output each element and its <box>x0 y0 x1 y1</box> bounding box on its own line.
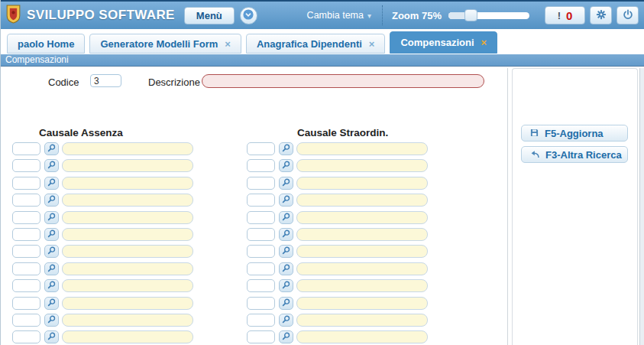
causale-code-input[interactable] <box>247 177 275 190</box>
causale-code-input[interactable] <box>12 211 40 224</box>
descrizione-input[interactable] <box>202 74 484 88</box>
header-dropdown-button[interactable] <box>240 7 257 24</box>
search-button[interactable] <box>44 159 59 172</box>
search-button[interactable] <box>279 314 293 327</box>
search-button[interactable] <box>279 297 293 310</box>
causale-desc-input[interactable] <box>62 228 193 241</box>
search-button[interactable] <box>279 245 293 258</box>
close-icon[interactable]: × <box>369 39 375 49</box>
f3-altra-ricerca-button[interactable]: F3-Altra Ricerca <box>521 146 628 163</box>
causale-desc-input[interactable] <box>62 142 193 155</box>
causale-code-input[interactable] <box>12 297 40 310</box>
tab-label: Anagrafica Dipendenti <box>257 38 362 50</box>
search-button[interactable] <box>44 228 59 241</box>
causale-desc-input[interactable] <box>296 228 428 241</box>
causale-desc-input[interactable] <box>296 142 428 155</box>
causale-code-input[interactable] <box>12 194 40 207</box>
search-icon <box>47 314 56 326</box>
search-button[interactable] <box>279 211 293 224</box>
causale-desc-input[interactable] <box>62 245 193 258</box>
search-button[interactable] <box>279 330 293 343</box>
causale-desc-input[interactable] <box>296 297 428 310</box>
causale-desc-input[interactable] <box>62 211 193 224</box>
causale-code-input[interactable] <box>247 159 275 172</box>
causale-desc-input[interactable] <box>296 262 428 275</box>
causale-desc-input[interactable] <box>62 177 193 190</box>
causale-code-input[interactable] <box>12 228 40 241</box>
power-button[interactable] <box>616 6 639 24</box>
causale-code-input[interactable] <box>247 279 275 292</box>
causale-desc-input[interactable] <box>296 159 428 172</box>
search-button[interactable] <box>44 314 59 327</box>
close-icon[interactable]: × <box>225 39 231 49</box>
causale-code-input[interactable] <box>12 245 40 258</box>
causale-code-input[interactable] <box>247 262 275 275</box>
causale-code-input[interactable] <box>247 142 275 155</box>
settings-button[interactable] <box>590 6 612 24</box>
codice-input[interactable] <box>90 74 121 87</box>
search-button[interactable] <box>44 194 59 207</box>
causale-code-input[interactable] <box>247 245 275 258</box>
causale-code-input[interactable] <box>12 177 40 190</box>
causale-code-input[interactable] <box>12 159 40 172</box>
causale-desc-input[interactable] <box>296 194 428 207</box>
causale-desc-input[interactable] <box>62 297 193 310</box>
causale-desc-input[interactable] <box>62 262 193 275</box>
close-icon[interactable]: × <box>481 37 487 47</box>
causale-desc-input[interactable] <box>62 279 193 292</box>
causale-code-input[interactable] <box>247 228 275 241</box>
search-button[interactable] <box>44 177 59 190</box>
search-button[interactable] <box>279 177 293 190</box>
tab-paolo-home[interactable]: paolo Home <box>7 34 85 54</box>
scroll-gutter[interactable] <box>639 68 644 345</box>
search-button[interactable] <box>44 142 59 155</box>
search-button[interactable] <box>44 211 59 224</box>
causale-desc-input[interactable] <box>62 330 193 343</box>
causale-desc-input[interactable] <box>296 177 428 190</box>
search-button[interactable] <box>279 279 293 292</box>
causale-code-input[interactable] <box>247 297 275 310</box>
search-button[interactable] <box>44 279 59 292</box>
search-button[interactable] <box>44 245 59 258</box>
search-button[interactable] <box>279 159 293 172</box>
causale-code-input[interactable] <box>12 314 40 327</box>
causale-code-input[interactable] <box>12 279 40 292</box>
causale-code-input[interactable] <box>12 262 40 275</box>
causale-row <box>247 262 428 275</box>
causale-code-input[interactable] <box>247 211 275 224</box>
notifications-button[interactable]: ! 0 <box>545 6 585 24</box>
search-button[interactable] <box>279 228 293 241</box>
causale-row <box>12 297 193 310</box>
search-button[interactable] <box>44 262 59 275</box>
search-icon <box>47 143 56 155</box>
f5-aggiorna-button[interactable]: F5-Aggiorna <box>521 125 628 142</box>
causale-desc-input[interactable] <box>296 279 428 292</box>
search-button[interactable] <box>44 330 59 343</box>
causale-code-input[interactable] <box>247 194 275 207</box>
causale-desc-input[interactable] <box>296 330 428 343</box>
causale-code-input[interactable] <box>247 314 275 327</box>
causale-row <box>247 177 428 190</box>
search-button[interactable] <box>279 194 293 207</box>
tab-compensazioni[interactable]: Compensazioni × <box>390 31 497 54</box>
causale-desc-input[interactable] <box>296 314 428 327</box>
causale-desc-input[interactable] <box>62 194 193 207</box>
causale-desc-input[interactable] <box>296 211 428 224</box>
search-icon <box>47 194 56 206</box>
zoom-slider[interactable] <box>448 12 529 19</box>
search-icon <box>282 229 290 240</box>
menu-button[interactable]: Menù <box>184 7 235 24</box>
causale-desc-input[interactable] <box>296 245 428 258</box>
search-button[interactable] <box>279 262 293 275</box>
zoom-slider-handle[interactable] <box>464 9 477 21</box>
causale-code-input[interactable] <box>247 330 275 343</box>
causale-code-input[interactable] <box>12 330 40 343</box>
causale-code-input[interactable] <box>12 142 40 155</box>
causale-desc-input[interactable] <box>62 159 193 172</box>
search-button[interactable] <box>279 142 293 155</box>
tab-generatore-modelli-form[interactable]: Generatore Modelli Form × <box>89 34 241 54</box>
tab-anagrafica-dipendenti[interactable]: Anagrafica Dipendenti × <box>246 34 386 54</box>
change-theme-menu[interactable]: Cambia tema ▾ <box>307 10 371 21</box>
causale-desc-input[interactable] <box>62 314 193 327</box>
search-button[interactable] <box>44 297 59 310</box>
